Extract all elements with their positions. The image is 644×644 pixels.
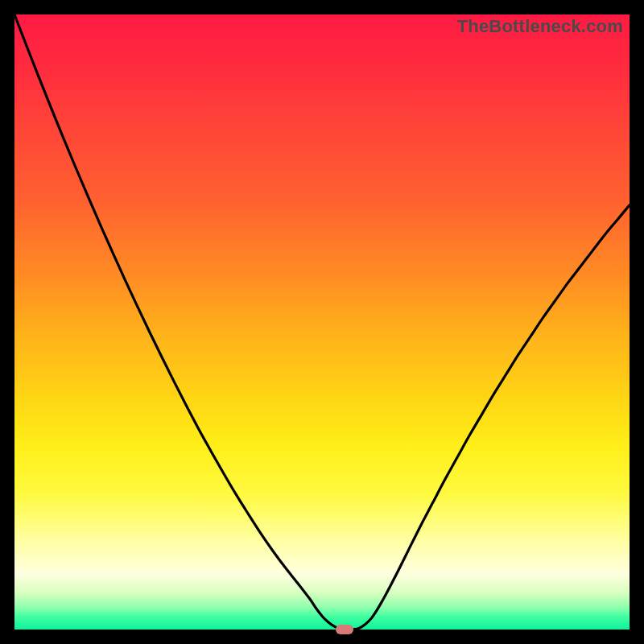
optimum-marker <box>336 625 353 634</box>
chart-plot-area: TheBottleneck.com <box>14 14 630 630</box>
bottleneck-curve <box>14 14 630 630</box>
curve-path <box>14 14 630 630</box>
chart-frame: TheBottleneck.com <box>0 0 644 644</box>
